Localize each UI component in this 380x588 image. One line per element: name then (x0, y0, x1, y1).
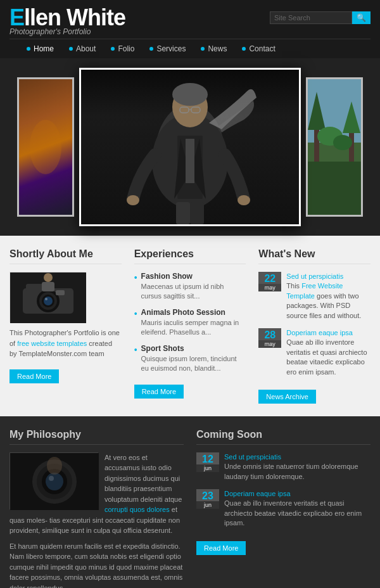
logo: Ellen White Photographer's Portfolio (10, 6, 125, 35)
photo-left-bg (19, 79, 72, 215)
nav-news[interactable]: News (193, 44, 234, 53)
slide-center (79, 68, 301, 226)
coming-soon-day-2: 23 (200, 491, 216, 501)
camera-photo (10, 272, 86, 323)
svg-rect-16 (308, 155, 363, 217)
about-description: This Photographer's Portfolio is one of … (10, 328, 122, 359)
svg-point-33 (44, 273, 53, 282)
nav-folio-label: Folio (118, 44, 134, 53)
svg-point-30 (44, 297, 53, 305)
news-content-2: Doperiam eaque ipsa Quae ab illo invento… (286, 328, 370, 377)
philosophy-content: At vero eos et accusamus iusto odio dign… (10, 452, 184, 541)
whats-new-column: What's New 22 may Sed ut perspiciatis Th… (258, 248, 370, 404)
svg-rect-32 (56, 290, 65, 295)
logo-title: Ellen White (10, 6, 125, 29)
coming-soon-content-2: Doperiam eaque ipsa Quae ab illo invento… (224, 489, 370, 528)
exp-heading-3: Sport Shots (141, 344, 246, 353)
exp-content-1: Fashion Show Maecenas ut ipsum id nibh c… (141, 272, 246, 302)
svg-point-41 (47, 457, 62, 475)
philosophy-long-text: Et harum quidem rerum facilis est et exp… (10, 541, 184, 588)
coming-soon-block: Coming Soon 12 jun Sed ut perspiciatis U… (196, 429, 370, 588)
svg-point-40 (49, 476, 54, 481)
svg-point-39 (46, 473, 63, 490)
nav-contact-label: Contact (249, 44, 275, 53)
about-title: Shortly About Me (10, 248, 122, 264)
nav-dot (69, 47, 73, 51)
philosophy-image (10, 452, 98, 509)
philosophy-block: My Philosophy At vero eos et accusamus i… (10, 429, 184, 588)
nav-services[interactable]: Services (142, 44, 193, 53)
nav-folio[interactable]: Folio (103, 44, 142, 53)
svg-point-31 (45, 298, 48, 300)
dark-section: My Philosophy At vero eos et accusamus i… (0, 416, 380, 588)
coming-soon-read-more-button[interactable]: Read More (196, 541, 246, 555)
coming-soon-link-1[interactable]: Sed ut perspiciatis (224, 453, 281, 461)
header: Ellen White Photographer's Portfolio 🔍 H… (0, 0, 380, 58)
nav-home-label: Home (34, 44, 54, 53)
philosophy-title: My Philosophy (10, 429, 184, 445)
person-figure (120, 72, 260, 224)
nav-contact[interactable]: Contact (234, 44, 282, 53)
coming-soon-date-2: 23 jun (196, 489, 219, 509)
nature-scene (308, 79, 363, 217)
exp-content-2: Animals Photo Session Mauris iaculis sem… (141, 308, 246, 338)
nav-news-label: News (208, 44, 227, 53)
photo-center-bg (81, 70, 299, 224)
coming-soon-date-1: 12 jun (196, 452, 219, 472)
news-item-1: 22 may Sed ut perspiciatis This Free Web… (258, 272, 370, 321)
day-2: 28 (262, 330, 278, 340)
bullet-icon: • (134, 345, 137, 355)
bullet-icon: • (134, 309, 137, 319)
nav-services-label: Services (156, 44, 186, 53)
svg-point-11 (127, 195, 139, 205)
nav-dot (242, 47, 246, 51)
nav-about[interactable]: About (61, 44, 103, 53)
experiences-read-more-button[interactable]: Read More (134, 385, 184, 399)
exp-text-2: Mauris iaculis semper magna in eleifend.… (141, 318, 246, 338)
experiences-column: Experiences • Fashion Show Maecenas ut i… (134, 248, 246, 404)
news-link-2[interactable]: Free Website Template (286, 282, 343, 299)
exp-heading-2: Animals Photo Session (141, 308, 246, 317)
search-button[interactable]: 🔍 (352, 11, 370, 24)
exp-text-1: Maecenas ut ipsum id nibh cursus sagitti… (141, 282, 246, 302)
nav-dot (149, 47, 153, 51)
nav-about-label: About (76, 44, 96, 53)
slider-section (0, 58, 380, 236)
news-link-3[interactable]: Doperiam eaque ipsa (286, 329, 353, 336)
svg-rect-34 (42, 282, 54, 291)
search-input[interactable] (270, 11, 352, 24)
coming-soon-item-2: 23 jun Doperiam eaque ipsa Quae ab illo … (196, 489, 370, 528)
bullet-icon: • (134, 272, 137, 283)
svg-rect-14 (190, 202, 204, 224)
month-2: may (258, 340, 281, 348)
about-link[interactable]: free website templates (17, 340, 87, 347)
coming-soon-link-2[interactable]: Doperiam eaque ipsa (224, 490, 291, 497)
nav-home[interactable]: Home (19, 44, 61, 53)
coming-soon-item-1: 12 jun Sed ut perspiciatis Unde omnis is… (196, 452, 370, 482)
svg-rect-5 (186, 139, 194, 183)
exp-content-3: Sport Shots Quisque ipsum lorem, tincidu… (141, 344, 246, 374)
slide-right (306, 77, 363, 217)
whats-new-title: What's New (258, 248, 370, 264)
coming-soon-title: Coming Soon (196, 429, 370, 445)
exp-text-3: Quisque ipsum lorem, tincidunt eu euismo… (141, 354, 246, 374)
coming-soon-day-1: 12 (200, 454, 216, 464)
about-read-more-button[interactable]: Read More (10, 369, 59, 383)
header-top: Ellen White Photographer's Portfolio 🔍 (10, 6, 370, 39)
news-archive-button[interactable]: News Archive (258, 390, 316, 404)
news-item-2: 28 may Doperiam eaque ipsa Quae ab illo … (258, 328, 370, 377)
experience-item-2: • Animals Photo Session Mauris iaculis s… (134, 308, 246, 338)
nav-dot (201, 47, 205, 51)
svg-rect-13 (176, 202, 190, 224)
nav-dot (27, 47, 30, 51)
svg-point-7 (172, 83, 208, 106)
news-link-1[interactable]: Sed ut perspiciatis (286, 272, 343, 280)
philosophy-link[interactable]: corrupti quos dolores (104, 506, 170, 513)
date-block-2: 28 may (258, 328, 281, 348)
photo-right-bg (308, 79, 361, 215)
experiences-title: Experiences (134, 248, 246, 264)
month-1: may (258, 284, 281, 291)
svg-point-23 (333, 135, 352, 150)
about-image (10, 272, 86, 323)
nav-dot (111, 47, 115, 51)
